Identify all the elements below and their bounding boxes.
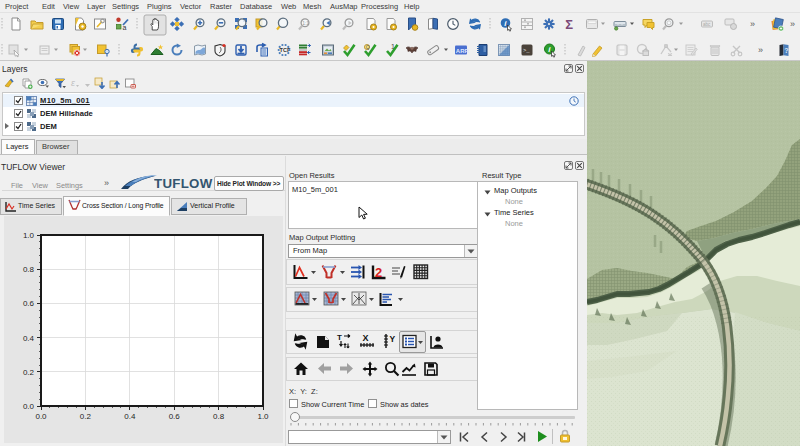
- svg-text:>_: >_: [523, 47, 530, 54]
- svg-text:ε: ε: [71, 78, 76, 88]
- svg-text:Σ: Σ: [565, 17, 573, 32]
- svg-text:abc: abc: [703, 22, 711, 27]
- svg-text:a: a: [123, 24, 127, 31]
- svg-text:»: »: [758, 45, 763, 55]
- svg-text:»: »: [750, 19, 755, 29]
- svg-text:»: »: [790, 19, 795, 29]
- svg-text:ARR: ARR: [456, 48, 470, 54]
- svg-text:1:1: 1:1: [302, 20, 309, 26]
- svg-text:?: ?: [784, 47, 788, 54]
- svg-text:Q: Q: [366, 44, 370, 50]
